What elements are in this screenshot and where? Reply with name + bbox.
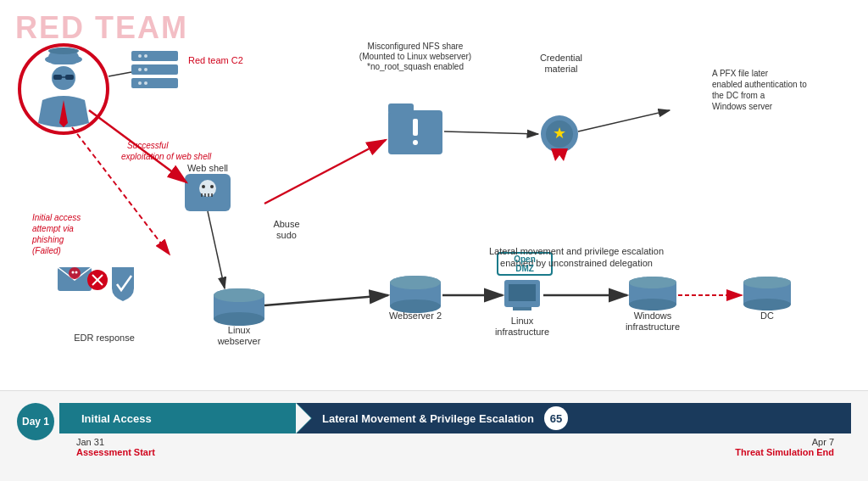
svg-point-47 [629, 299, 676, 310]
svg-text:Web shell: Web shell [187, 163, 228, 173]
lateral-movement-segment: Lateral Movement & Privilege Escalation … [297, 403, 851, 433]
svg-text:attempt via: attempt via [32, 224, 74, 233]
svg-text:Misconfigured NFS share: Misconfigured NFS share [368, 42, 464, 51]
svg-point-13 [138, 68, 142, 71]
red-team-watermark: RED TEAM [15, 10, 188, 46]
diagram-svg: ★ [0, 0, 868, 390]
svg-text:★: ★ [553, 125, 566, 142]
main-container: RED TEAM [0, 0, 868, 481]
svg-text:Abuse: Abuse [273, 219, 299, 229]
badge: 65 [544, 406, 568, 430]
svg-text:Webserver 2: Webserver 2 [389, 310, 442, 321]
end-date: Apr 7 Threat Simulation End [735, 437, 834, 457]
svg-text:Successful: Successful [127, 141, 169, 150]
svg-text:enabled authentication to: enabled authentication to [712, 80, 807, 89]
svg-line-63 [264, 140, 386, 204]
timeline-bar: Day 1 Initial Access Lateral Movement & … [0, 390, 868, 481]
svg-line-64 [444, 131, 538, 134]
svg-text:sudo: sudo [276, 230, 297, 240]
svg-text:Credential: Credential [540, 53, 582, 63]
svg-point-22 [210, 185, 214, 188]
svg-point-28 [69, 267, 81, 279]
svg-point-11 [144, 54, 147, 58]
svg-text:phishing: phishing [31, 235, 64, 244]
svg-text:Red team C2: Red team C2 [188, 55, 243, 65]
svg-rect-54 [388, 103, 414, 114]
svg-point-30 [75, 271, 78, 274]
svg-rect-5 [53, 75, 62, 80]
svg-rect-55 [413, 119, 418, 136]
lateral-movement-label: Lateral Movement & Privilege Escalation [322, 412, 534, 425]
svg-point-17 [144, 81, 147, 85]
svg-text:DMZ: DMZ [515, 264, 534, 273]
svg-text:Windows: Windows [634, 310, 672, 321]
start-date: Jan 31 Assessment Start [76, 437, 155, 457]
svg-text:DC: DC [760, 310, 774, 321]
svg-point-14 [144, 68, 147, 71]
svg-point-41 [390, 276, 441, 289]
svg-text:Initial access: Initial access [32, 213, 81, 222]
svg-line-61 [208, 211, 225, 288]
svg-line-65 [578, 110, 670, 131]
initial-access-label: Initial Access [81, 412, 152, 425]
svg-text:infrastructure: infrastructure [626, 322, 680, 332]
svg-rect-43 [509, 284, 536, 301]
svg-text:the DC from a: the DC from a [712, 91, 765, 100]
initial-access-segment: Initial Access [59, 403, 297, 433]
svg-text:infrastructure: infrastructure [495, 327, 549, 337]
svg-text:*no_root_squash enabled: *no_root_squash enabled [367, 62, 464, 71]
svg-point-21 [202, 185, 205, 188]
threat-end-label: Threat Simulation End [735, 447, 834, 457]
svg-text:Windows server: Windows server [712, 102, 773, 111]
svg-rect-6 [65, 75, 74, 80]
svg-text:material: material [544, 64, 577, 74]
svg-text:exploitation of web shell: exploitation of web shell [121, 152, 212, 161]
svg-text:Linux: Linux [511, 316, 534, 326]
svg-rect-44 [513, 307, 531, 310]
svg-text:Linux: Linux [228, 325, 251, 335]
svg-point-10 [138, 54, 142, 58]
svg-point-29 [72, 271, 75, 274]
assessment-start-label: Assessment Start [76, 447, 155, 457]
day-label: Day 1 [17, 403, 54, 440]
svg-point-52 [743, 277, 791, 288]
svg-text:webserver: webserver [217, 336, 261, 346]
svg-point-48 [629, 277, 676, 288]
svg-line-18 [108, 72, 131, 76]
svg-point-37 [214, 288, 264, 302]
svg-point-51 [743, 299, 791, 310]
svg-point-16 [138, 81, 142, 85]
svg-point-3 [48, 48, 79, 54]
svg-text:(Mounted to Linux webserver): (Mounted to Linux webserver) [359, 52, 471, 61]
svg-text:A PFX file later: A PFX file later [712, 69, 769, 78]
svg-point-36 [214, 312, 264, 326]
svg-point-56 [413, 140, 418, 145]
svg-text:Open: Open [514, 254, 536, 264]
svg-line-62 [264, 295, 388, 305]
svg-text:(Failed): (Failed) [32, 246, 61, 255]
svg-text:EDR response: EDR response [74, 333, 135, 343]
